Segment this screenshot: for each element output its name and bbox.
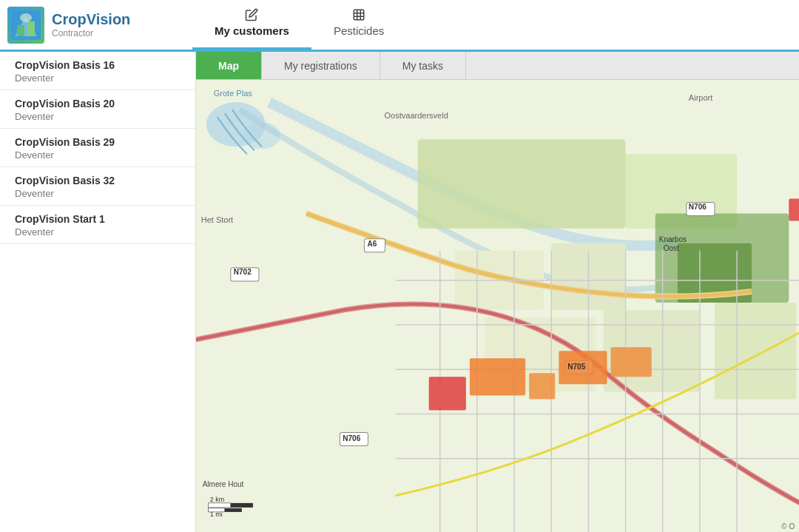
customer-item[interactable]: CropVision Basis 29Deventer [0,129,195,167]
customer-item[interactable]: CropVision Basis 20Deventer [0,90,195,129]
svg-rect-3 [27,21,35,36]
svg-text:Oostvaardersveld: Oostvaardersveld [384,111,448,120]
nav-tab-my-customers-label: My customers [215,24,289,37]
svg-rect-13 [418,139,626,228]
svg-text:© O: © O [781,522,795,531]
pencil-icon [245,8,258,21]
svg-text:Grote Plas: Grote Plas [214,89,253,98]
sub-tab-map-label: Map [218,60,239,72]
sub-tab-my-registrations[interactable]: My registrations [262,52,380,79]
customer-name: CropVision Basis 20 [15,98,181,110]
svg-text:N705: N705 [567,363,585,371]
svg-text:Het Stort: Het Stort [201,215,233,224]
nav-tabs: My customers Pesticides [192,0,406,50]
logo-area: CropVision Contractor [7,7,192,44]
customer-name: CropVision Start 1 [15,213,181,225]
customer-location: Deventer [15,111,181,122]
svg-text:1 mi: 1 mi [210,511,223,518]
svg-text:N702: N702 [234,268,252,276]
svg-text:Almere Hout: Almere Hout [203,480,244,488]
svg-rect-21 [715,303,796,399]
customer-item[interactable]: CropVision Start 1Deventer [0,206,195,244]
map-svg: Grote Plas Oostvaardersveld Airport Het … [196,80,799,532]
svg-rect-45 [611,347,652,377]
logo-icon [7,7,44,44]
customer-location: Deventer [15,188,181,199]
sub-tabs: Map My registrations My tasks [196,52,799,80]
svg-text:N706: N706 [689,203,707,211]
svg-point-4 [20,13,32,22]
sub-tab-map[interactable]: Map [196,52,262,79]
sub-tab-my-tasks-label: My tasks [402,60,443,72]
nav-tab-pesticides[interactable]: Pesticides [311,0,406,50]
main: CropVision Basis 16DeventerCropVision Ba… [0,52,799,532]
sub-tab-my-tasks[interactable]: My tasks [380,52,466,79]
header: CropVision Contractor My customers Pesti… [0,0,799,52]
svg-rect-5 [354,10,364,20]
customer-location: Deventer [15,226,181,238]
customer-name: CropVision Basis 29 [15,136,181,148]
svg-rect-60 [209,503,231,508]
svg-rect-2 [17,25,24,36]
nav-tab-pesticides-label: Pesticides [334,24,384,37]
svg-text:2 km: 2 km [210,496,225,503]
svg-text:A6: A6 [367,240,377,248]
svg-text:Oost: Oost [664,244,679,252]
customer-location: Deventer [15,149,181,161]
customer-item[interactable]: CropVision Basis 32Deventer [0,167,195,206]
customer-location: Deventer [15,73,181,84]
app-name: CropVision [52,11,130,28]
app-subtitle: Contractor [52,28,130,38]
svg-rect-41 [429,377,466,410]
svg-text:Airport: Airport [689,93,712,102]
map-container[interactable]: Grote Plas Oostvaardersveld Airport Het … [196,80,799,532]
svg-rect-46 [789,199,799,221]
customer-name: CropVision Basis 16 [15,59,181,71]
svg-rect-43 [529,373,555,399]
map-area: Map My registrations My tasks [196,52,799,532]
svg-rect-42 [470,358,525,395]
sidebar: CropVision Basis 16DeventerCropVision Ba… [0,52,196,532]
customer-item[interactable]: CropVision Basis 16Deventer [0,52,195,90]
table-icon [352,8,365,21]
logo-text: CropVision Contractor [52,11,130,38]
nav-tab-my-customers[interactable]: My customers [192,0,311,50]
svg-text:N706: N706 [343,434,360,442]
sub-tab-my-registrations-label: My registrations [284,60,357,72]
customer-name: CropVision Basis 32 [15,175,181,186]
svg-text:Knarbos: Knarbos [659,235,687,243]
